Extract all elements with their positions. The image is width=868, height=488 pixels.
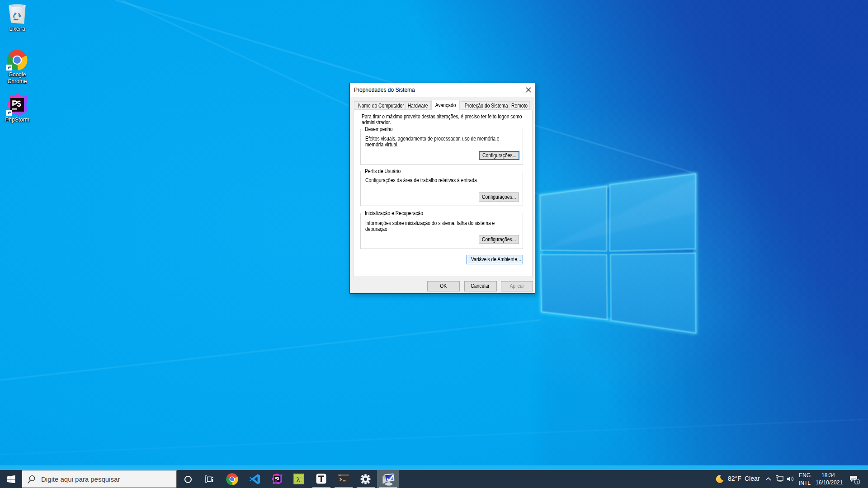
svg-text:1: 1: [856, 480, 859, 484]
svg-text:λ: λ: [297, 476, 300, 483]
